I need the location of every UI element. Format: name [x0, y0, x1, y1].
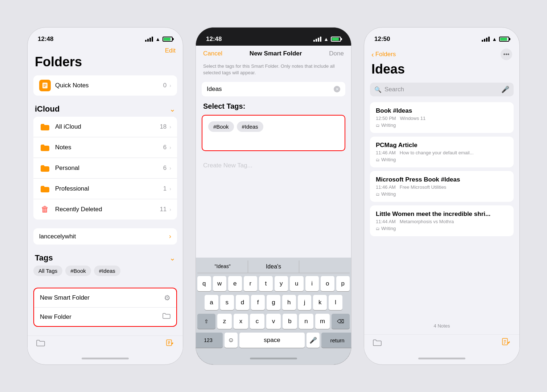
folder-icon-all-icloud [39, 121, 51, 133]
list-item-count-professional: 1 [163, 185, 166, 192]
key-space[interactable]: space [239, 333, 305, 348]
list-item-label-all-icloud: All iCloud [55, 123, 160, 130]
signal-icon-3 [482, 37, 490, 42]
key-d[interactable]: d [236, 295, 250, 310]
note-item-2[interactable]: PCMag Article 11:46 AM How to change you… [370, 137, 514, 167]
key-l[interactable]: l [329, 295, 342, 310]
note-item-1[interactable]: Book #Ideas 12:50 PM Windows 11 🗂 Writin… [370, 102, 514, 133]
search-bar-input[interactable]: Search [384, 86, 498, 93]
trash-icon: 🗑 [39, 204, 51, 215]
note-time-2: 11:46 AM [376, 150, 396, 155]
clear-input-button[interactable]: ✕ [334, 86, 340, 92]
note-preview-1: Windows 11 [400, 116, 426, 121]
note-folder-label-2: Writing [381, 157, 396, 162]
more-button[interactable]: ••• [501, 49, 512, 60]
key-backspace[interactable]: ⌫ [332, 314, 350, 329]
tag-all-tags[interactable]: All Tags [33, 266, 62, 276]
lancecelywhit-expand-icon[interactable]: › [169, 233, 171, 240]
new-folder-item[interactable]: New Folder [34, 308, 176, 326]
new-smart-folder-item[interactable]: New Smart Folder ⚙ [34, 288, 176, 308]
create-tag-input[interactable]: Create New Tag... [196, 157, 351, 174]
key-f[interactable]: f [251, 295, 265, 310]
key-c[interactable]: c [250, 314, 264, 329]
icloud-collapse-icon[interactable]: ⌄ [169, 105, 176, 113]
key-e[interactable]: e [228, 276, 242, 291]
selected-tag-ideas[interactable]: #Ideas [237, 121, 263, 132]
quick-notes-item[interactable]: Quick Notes 0 › [33, 75, 177, 96]
edit-button[interactable]: Edit [165, 47, 176, 54]
status-bar-2: 12:48 ▲ [196, 28, 351, 46]
list-item-all-icloud[interactable]: All iCloud 18 › [33, 117, 177, 137]
key-p[interactable]: p [336, 276, 350, 291]
note-time-4: 11:44 AM [376, 219, 396, 224]
folder-name-input[interactable]: Ideas [207, 86, 334, 93]
key-h[interactable]: h [282, 295, 296, 310]
key-s[interactable]: s [220, 295, 234, 310]
lancecelywhit-section: lancecelywhit › [33, 228, 177, 245]
keyboard-row-2: a s d f g h j k l [197, 295, 350, 310]
note-meta-4: 11:44 AM Metamorphosis vs Mothra [376, 219, 508, 224]
tag-book[interactable]: #Book [65, 266, 91, 276]
suggestion-quoted-ideas[interactable]: "Ideas" [197, 260, 248, 273]
cancel-button[interactable]: Cancel [203, 50, 222, 57]
key-x[interactable]: x [234, 314, 248, 329]
list-item-notes[interactable]: Notes 6 › [33, 137, 177, 158]
list-item-recently-deleted[interactable]: 🗑 Recently Deleted 11 › [33, 199, 177, 220]
list-item-personal[interactable]: Personal 6 › [33, 158, 177, 179]
done-button[interactable]: Done [329, 50, 344, 57]
key-mic[interactable]: 🎤 [307, 333, 320, 348]
key-w[interactable]: w [213, 276, 227, 291]
key-b[interactable]: b [283, 314, 297, 329]
note-folder-label-1: Writing [381, 122, 396, 128]
compose-icon-3[interactable] [501, 338, 511, 349]
ideas-screen: ‹ Folders ••• Ideas 🔍 Search 🎤 [364, 46, 519, 352]
key-a[interactable]: a [205, 295, 218, 310]
new-folder-toolbar-icon-3[interactable] [373, 339, 382, 348]
list-item-count-all-icloud: 18 [160, 123, 166, 130]
key-m[interactable]: m [315, 314, 330, 329]
time-2: 12:48 [206, 36, 222, 43]
keyboard-row-1: q w e r t y u i o p [197, 276, 350, 291]
key-o[interactable]: o [321, 276, 334, 291]
search-mic-icon[interactable]: 🎤 [501, 86, 509, 93]
status-icons-2: ▲ [313, 36, 341, 42]
key-123[interactable]: 123 [196, 333, 223, 348]
tags-collapse-icon[interactable]: ⌄ [169, 254, 176, 262]
back-button[interactable]: ‹ Folders [371, 50, 396, 59]
tag-ideas[interactable]: #Ideas [94, 266, 120, 276]
ideas-content: ‹ Folders ••• Ideas 🔍 Search 🎤 [364, 46, 519, 352]
key-r[interactable]: r [244, 276, 258, 291]
note-folder-label-4: Writing [381, 226, 396, 231]
key-j[interactable]: j [298, 295, 312, 310]
key-y[interactable]: y [275, 276, 288, 291]
new-folder-toolbar-icon[interactable] [36, 339, 45, 349]
key-shift[interactable]: ⇧ [197, 314, 215, 329]
key-k[interactable]: k [313, 295, 327, 310]
suggestion-ideas-apos[interactable]: Idea's [248, 260, 299, 273]
signal-icon-2 [313, 37, 321, 42]
key-g[interactable]: g [267, 295, 280, 310]
battery-3 [499, 37, 509, 42]
key-i[interactable]: i [305, 276, 319, 291]
key-return[interactable]: return [321, 333, 351, 348]
list-item-professional[interactable]: Professional 1 › [33, 179, 177, 199]
key-z[interactable]: z [217, 314, 232, 329]
lancecelywhit-item[interactable]: lancecelywhit › [33, 228, 177, 245]
key-t[interactable]: t [259, 276, 273, 291]
note-item-4[interactable]: Little Women meet the incredible shri...… [370, 205, 514, 236]
key-u[interactable]: u [290, 276, 304, 291]
key-emoji[interactable]: ☺ [225, 333, 238, 348]
compose-icon-1[interactable] [165, 339, 174, 349]
note-item-3[interactable]: Microsoft Press Book #Ideas 11:46 AM Fre… [370, 171, 514, 202]
key-v[interactable]: v [266, 314, 281, 329]
quick-notes-section: Quick Notes 0 › [33, 75, 177, 96]
key-n[interactable]: n [299, 314, 313, 329]
status-bar-3: 12:50 ▲ [364, 28, 519, 46]
new-smart-folder-label: New Smart Folder [40, 294, 90, 301]
search-bar[interactable]: 🔍 Search 🎤 [370, 83, 514, 96]
note-preview-3: Free Microsoft Utilities [400, 184, 447, 190]
list-item-label-professional: Professional [55, 185, 163, 192]
selected-tag-book[interactable]: #Book [208, 121, 234, 132]
key-q[interactable]: q [197, 276, 211, 291]
tags-select-area: #Book #Ideas [202, 115, 345, 151]
